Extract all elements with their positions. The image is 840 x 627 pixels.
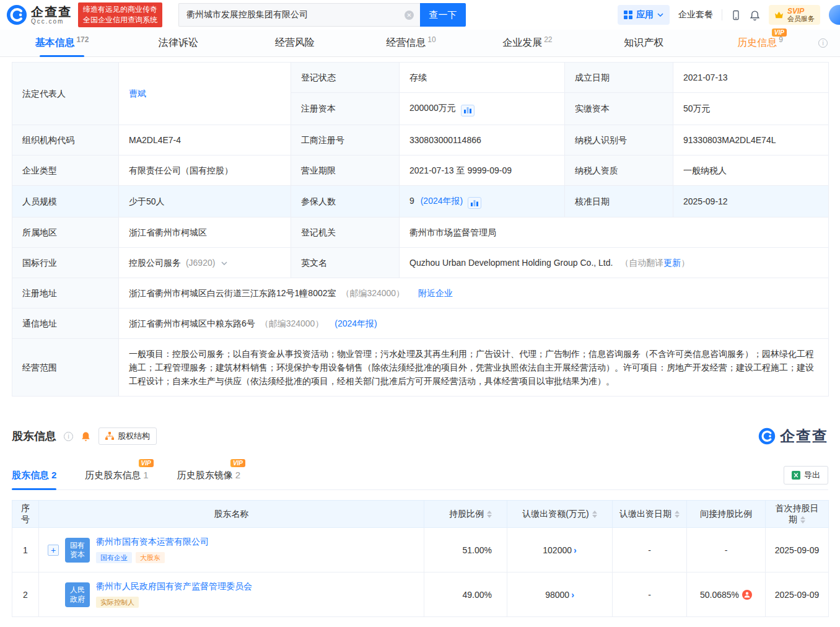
- qcc-logo-text: 企查查 Qcc.com: [31, 6, 72, 25]
- tab-count: 10: [427, 35, 435, 44]
- tab-company-development[interactable]: 企业发展 22: [469, 30, 585, 56]
- industry-chevron-down-icon[interactable]: [221, 261, 227, 265]
- equity-structure-button[interactable]: 股权结构: [98, 428, 157, 445]
- tag-state-owned[interactable]: 国有企业: [96, 552, 132, 563]
- label-reg-capital: 注册资本: [291, 93, 400, 125]
- col-first-holding-date[interactable]: 首次持股日期: [766, 501, 829, 528]
- notification-bell-icon[interactable]: [750, 10, 760, 20]
- tab-basic-info[interactable]: 基本信息 172: [4, 30, 120, 56]
- capital-chart-icon[interactable]: [461, 105, 475, 116]
- shareholder-avatar[interactable]: 人民 政府: [65, 582, 90, 607]
- tab-operation-risk[interactable]: 经营风险: [237, 30, 353, 56]
- translate-update-link[interactable]: 更新: [663, 258, 681, 268]
- label-biz-reg-no: 工商注册号: [291, 125, 400, 155]
- sort-icon[interactable]: [487, 511, 492, 518]
- shareholder-row-2: 2 人民 政府 衢州市人民政府国有资产监督管理委员会 实际控制人: [12, 572, 829, 617]
- qcc-logo[interactable]: 企查查 Qcc.com: [6, 4, 72, 25]
- clear-search-icon[interactable]: ✕: [405, 11, 414, 20]
- shareholder-table: 序号 股东名称 持股比例 认缴出资额(万元) 认缴出资日期 间接持股比例 首次持…: [12, 500, 829, 617]
- col-shareholding-ratio[interactable]: 持股比例: [424, 501, 507, 528]
- value-staff-size: 少于50人: [119, 185, 291, 217]
- shareholder-subtabs: 股东信息2 历史股东信息1 VIP 历史股东镜像2 VIP 导出: [12, 465, 828, 490]
- label-reg-authority: 登记机关: [291, 217, 400, 248]
- col-subscribed-amount[interactable]: 认缴出资额(万元): [507, 501, 613, 528]
- svip-text: SVIP 会员服务: [787, 7, 815, 22]
- shareholder-info-icon[interactable]: i: [64, 432, 73, 441]
- subscribed-date: -: [613, 572, 687, 617]
- reg-address-text: 浙江省衢州市柯城区白云街道三江东路12号1幢8002室: [129, 288, 336, 298]
- subtab-count: 2: [235, 470, 240, 480]
- shareholder-avatar[interactable]: 国有 资本: [65, 538, 90, 563]
- subtab-count: 1: [143, 470, 148, 480]
- col-subscribed-date[interactable]: 认缴出资日期: [613, 501, 687, 528]
- label-reg-status: 登记状态: [291, 63, 400, 93]
- subtab-label: 历史股东信息: [85, 470, 141, 480]
- shareholder-name-link[interactable]: 衢州市人民政府国有资产监督管理委员会: [96, 581, 252, 592]
- actual-controller-icon[interactable]: [742, 590, 752, 600]
- enterprise-package-link[interactable]: 企业套餐: [678, 9, 713, 20]
- search-input[interactable]: [179, 4, 420, 26]
- user-avatar[interactable]: [829, 5, 840, 25]
- label-region: 所属地区: [12, 217, 119, 248]
- tag-actual-controller[interactable]: 实际控制人: [96, 597, 139, 608]
- shareholder-name-link[interactable]: 衢州市国有资本运营有限公司: [96, 537, 209, 548]
- legal-rep-link[interactable]: 曹斌: [129, 89, 146, 99]
- tag-major-shareholder[interactable]: 大股东: [136, 552, 165, 563]
- vip-badge: VIP: [230, 459, 245, 467]
- sort-icon[interactable]: [800, 516, 805, 524]
- subtab-shareholder-info[interactable]: 股东信息2: [12, 465, 56, 489]
- main-tab-bar: 基本信息 172 法律诉讼 经营风险 经营信息 10 企业发展 22 知识产权 …: [0, 30, 840, 57]
- translate-note-prefix: （自动翻译: [620, 258, 663, 268]
- indirect-ratio: 50.0685%: [687, 572, 766, 617]
- tab-legal-litigation[interactable]: 法律诉讼: [120, 30, 237, 56]
- monitor-bell-icon[interactable]: [81, 431, 91, 442]
- expand-button[interactable]: +: [48, 545, 59, 556]
- subtab-label: 历史股东镜像: [177, 470, 233, 480]
- excel-icon: [792, 471, 800, 480]
- tab-intellectual-property[interactable]: 知识产权: [585, 30, 702, 56]
- row-mail-address: 通信地址 浙江省衢州市柯城区中粮东路6号 （邮编324000） (2024年报): [12, 309, 829, 339]
- tab-count: 22: [544, 35, 552, 44]
- tab-label: 基本信息: [35, 37, 74, 50]
- amount-detail-arrow[interactable]: ›: [574, 545, 577, 555]
- tabs-info-wrap: i: [818, 30, 836, 56]
- subtab-history-shareholder-info[interactable]: 历史股东信息1 VIP: [85, 465, 148, 489]
- value-legal-rep: 曹斌: [119, 63, 291, 125]
- subtab-history-shareholder-mirror[interactable]: 历史股东镜像2 VIP: [177, 465, 240, 489]
- tab-operation-info[interactable]: 经营信息 10: [353, 30, 470, 56]
- insured-chart-icon[interactable]: [468, 197, 481, 209]
- mobile-app-icon[interactable]: [731, 10, 741, 20]
- slogan-badge: 缔造有远见的商业传奇 全国企业信用查询系统: [78, 2, 162, 27]
- search-button[interactable]: 查一下: [420, 3, 466, 27]
- search-input-wrap: ✕: [178, 3, 420, 27]
- apps-menu[interactable]: 应用: [618, 5, 670, 25]
- amount-detail-arrow[interactable]: ›: [571, 590, 574, 600]
- value-org-code: MA2DL4E7-4: [119, 125, 291, 155]
- value-biz-scope: 一般项目：控股公司服务；以自有资金从事投资活动；物业管理；污水处理及其再生利用；…: [119, 339, 829, 397]
- translate-note-suffix: ）: [681, 258, 689, 268]
- subscribed-date: -: [613, 528, 687, 572]
- sort-icon[interactable]: [592, 511, 597, 518]
- row-legal-rep: 法定代表人 曹斌 登记状态 存续 成立日期 2021-07-13: [12, 63, 829, 93]
- row-company-type: 企业类型 有限责任公司（国有控股） 营业期限 2021-07-13 至 9999…: [12, 155, 829, 185]
- sort-icon[interactable]: [675, 511, 680, 518]
- export-button[interactable]: 导出: [784, 466, 828, 484]
- info-icon[interactable]: i: [818, 38, 828, 48]
- slogan-line1: 缔造有远见的商业传奇: [83, 4, 157, 15]
- nearby-companies-link[interactable]: 附近企业: [418, 288, 453, 298]
- shareholding-ratio: 49.00%: [424, 572, 507, 617]
- row-reg-address: 注册地址 浙江省衢州市柯城区白云街道三江东路12号1幢8002室 （邮编3240…: [12, 278, 829, 309]
- value-approval-date: 2025-09-12: [673, 185, 829, 217]
- svip-badge[interactable]: SVIP 会员服务: [769, 5, 820, 25]
- reg-capital-value: 200000万元: [409, 103, 456, 113]
- top-header: 企查查 Qcc.com 缔造有远见的商业传奇 全国企业信用查询系统 ✕ 查一下 …: [0, 0, 840, 30]
- industry-code: (J6920): [186, 258, 215, 268]
- label-est-date: 成立日期: [565, 63, 673, 93]
- insured-annual-report-link[interactable]: (2024年报): [421, 196, 463, 206]
- label-biz-term: 营业期限: [291, 155, 400, 185]
- svip-bottom-label: 会员服务: [787, 15, 815, 22]
- tab-history-info[interactable]: 历史信息 9 VIP: [702, 30, 818, 56]
- value-biz-term: 2021-07-13 至 9999-09-09: [400, 155, 565, 185]
- divider: [722, 9, 722, 20]
- mail-annual-report-link[interactable]: (2024年报): [335, 318, 377, 328]
